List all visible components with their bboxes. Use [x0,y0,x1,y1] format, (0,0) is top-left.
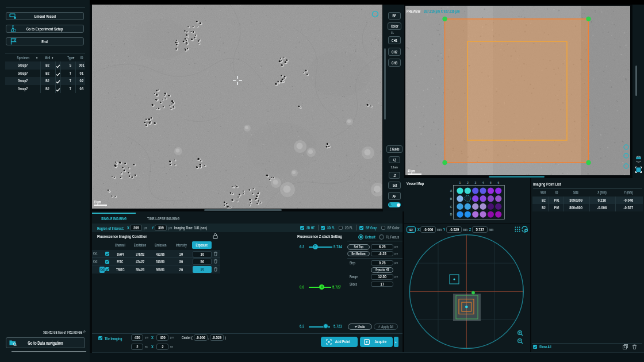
svg-text:1: 1 [459,181,461,184]
svg-text:5: 5 [490,181,492,184]
svg-text:B: B [450,197,453,201]
svg-text:4: 4 [482,181,484,184]
svg-text:3: 3 [474,181,476,184]
svg-text:A: A [450,189,453,192]
svg-text:C: C [450,205,453,209]
svg-text:D: D [450,213,453,216]
svg-text:2: 2 [467,181,469,184]
svg-text:6: 6 [497,181,499,184]
